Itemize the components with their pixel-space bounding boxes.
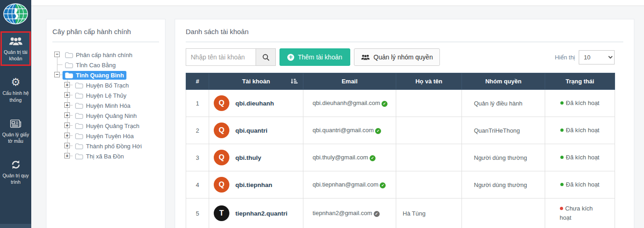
tree-node-label[interactable]: Huyện Quảng Trạch [73,122,142,130]
account-name[interactable]: qbi.thuly [235,154,261,161]
expand-toggle[interactable]: + [64,143,70,148]
accounts-panel: Danh sách tài khoản + Thêm tài khoản [175,19,634,228]
account-cell[interactable]: Ttiepnhan2.quantri [209,199,303,228]
account-cell[interactable]: Qqbi.tiepnhan [209,171,303,199]
sidebar-item-label: Quản lý giấy tờ mẫu [1,131,30,144]
expand-toggle[interactable]: + [64,112,70,118]
tree-node-selected[interactable]: Tỉnh Quảng Bình [63,71,126,80]
email-cell: qbi.tiepnhan@gmail.com✔ [303,171,396,199]
divider [52,41,159,42]
tree-node-label[interactable]: Huyện Quảng Ninh [73,111,139,120]
account-cell[interactable]: Qqbi.quantri [209,117,303,144]
index-cell: 4 [186,171,209,199]
avatar: Q [214,95,229,111]
table-header-row: # Tài khoản Email Họ và tên Nhóm quyền [186,73,615,90]
table-row: 4Qqbi.tiepnhanqbi.tiepnhan@gmail.com✔Ngư… [186,171,615,199]
expand-toggle[interactable]: + [64,82,70,88]
accounts-table-body: 1Qqbi.dieuhanhqbi.dieuhanh@gmail.com✔Quả… [186,90,615,228]
expand-toggle[interactable]: + [64,102,70,108]
tree-node[interactable]: + Huyện Quảng Ninh [52,111,159,121]
page-size-select[interactable]: 10 [579,50,615,64]
sidebar-item-process-admin[interactable]: Quản trị quy trình [0,155,31,189]
collapse-toggle[interactable]: − [54,72,60,77]
group-cell: Người dùng thường [462,144,545,171]
manage-permission-groups-button[interactable]: Quản lý nhóm quyền [354,48,440,66]
page-size-label: Hiển thị [555,54,575,61]
status-cell: Đã kích hoạt [545,144,615,171]
table-row: 5Ttiepnhan2.quantritiepnhan2@gmail.com✔H… [186,199,615,228]
index-cell: 2 [186,117,209,144]
tree-node[interactable]: − Tỉnh Quảng Bình [52,70,159,80]
account-name[interactable]: qbi.tiepnhan [235,181,272,188]
search-input[interactable] [186,48,256,66]
app-logo[interactable] [3,3,28,26]
tree-node-label[interactable]: Tỉnh Cao Bằng [63,61,118,70]
tree-connector: + [63,80,73,90]
expand-toggle[interactable]: + [64,133,70,138]
fullname-cell [396,117,462,144]
status-cell: Đã kích hoạt [545,117,615,144]
tree-node-label[interactable]: Huyện Minh Hóa [73,101,133,110]
sidebar-item-label: Cấu hình hệ thống [1,90,30,103]
sidebar-item-account-admin[interactable]: Quản trị tài khoản [0,31,31,66]
tree-node-label[interactable]: Huyện Tuyên Hóa [73,132,136,140]
col-account[interactable]: Tài khoản [209,73,303,90]
tree-node-label[interactable]: Phân cấp hành chính [63,51,135,59]
tree-node[interactable]: + Huyện Minh Hóa [52,100,159,111]
expand-toggle[interactable]: + [64,153,70,158]
sidebar-item-system-config[interactable]: ⚙ Cấu hình hệ thống [0,72,31,107]
table-row: 3Qqbi.thulyqbi.thuly@gmail.com✔Người dùn… [186,144,615,171]
group-cell [462,199,545,228]
tree-node[interactable]: + Huyện Quảng Trạch [52,121,159,131]
account-name[interactable]: qbi.dieuhanh [235,100,274,107]
tree-node[interactable]: + Huyện Lệ Thủy [52,90,159,100]
account-name[interactable]: tiepnhan2.quantri [235,210,287,217]
tree-node[interactable]: + Huyện Tuyên Hóa [52,131,159,141]
expand-toggle[interactable]: + [64,123,70,128]
fullname-cell: Hà Tùng [396,199,462,228]
account-name[interactable]: qbi.quantri [235,127,268,134]
group-cell: Quản lý điều hành [462,90,545,117]
admin-hierarchy-panel: Cây phân cấp hành chính − Phân cấp hành … [46,19,165,228]
avatar: Q [214,150,229,165]
folder-icon [75,112,83,119]
account-cell[interactable]: Qqbi.thuly [209,144,303,171]
tree-node[interactable]: − Phân cấp hành chính [52,50,159,60]
fullname-cell [396,90,462,117]
sidebar-item-label: Quản trị tài khoản [2,49,29,62]
tree-node[interactable]: + Thị xã Ba Đồn [52,151,159,161]
folder-icon [65,72,73,79]
tree-connector [52,90,63,100]
tree-node-label[interactable]: Thị xã Ba Đồn [73,152,126,161]
status-dot [560,183,564,186]
accounts-panel-title: Danh sách tài khoản [186,28,623,35]
folder-icon [65,62,73,69]
status-badge: Đã kích hoạt [560,99,599,108]
status-badge: Đã kích hoạt [560,153,599,162]
col-index: # [186,73,209,90]
tree-node[interactable]: + Huyện Bố Trạch [52,80,159,90]
collapse-toggle[interactable]: − [54,52,60,57]
search-button[interactable] [256,48,276,66]
add-account-button[interactable]: + Thêm tài khoản [279,48,350,66]
table-row: 1Qqbi.dieuhanhqbi.dieuhanh@gmail.com✔Quả… [186,90,615,117]
account-cell[interactable]: Qqbi.dieuhanh [209,90,303,117]
newspaper-icon [1,117,30,130]
tree-node-label[interactable]: Thành phố Đồng Hới [73,142,144,151]
fullname-cell [396,171,462,199]
tree-connector [52,151,63,161]
status-badge: Đã kích hoạt [560,126,599,135]
sort-icon[interactable] [291,78,298,84]
sidebar-item-document-templates[interactable]: Quản lý giấy tờ mẫu [0,114,31,148]
tree-connector [52,60,63,70]
tree-connector [52,131,63,141]
tree-node-label[interactable]: Huyện Bố Trạch [73,81,131,90]
folder-icon [75,143,83,150]
tree-node[interactable]: Tỉnh Cao Bằng [52,60,159,70]
globe-logo-icon [3,3,28,24]
tree-node-label[interactable]: Huyện Lệ Thủy [73,91,129,100]
admin-tree: − Phân cấp hành chính Tỉnh Cao Bằng− Tỉn… [52,50,159,161]
email-verified-icon: ✔ [380,182,386,188]
expand-toggle[interactable]: + [64,92,70,98]
tree-node[interactable]: + Thành phố Đồng Hới [52,141,159,151]
